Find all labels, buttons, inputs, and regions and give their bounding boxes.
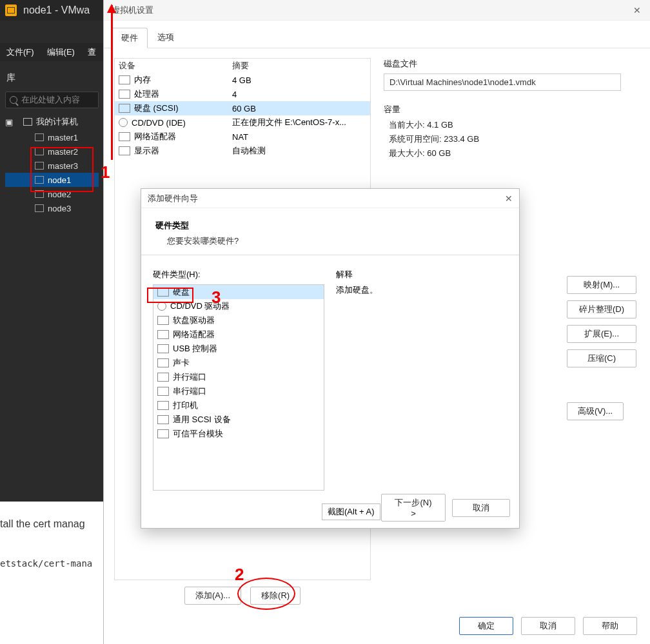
memory-icon [119, 75, 130, 84]
hw-row-disk[interactable]: 硬盘 (SCSI)60 GB [115, 101, 370, 115]
library-label: 库 [6, 72, 15, 84]
hw-type-label: 硬件类型(H): [153, 269, 324, 280]
cdrom-icon [157, 302, 166, 311]
disk-details: 磁盘文件 D:\Virtual Machines\node1\node1.vmd… [384, 58, 639, 168]
disk-utility-buttons: 映射(M)... 碎片整理(D) 扩展(E)... 压缩(C) [567, 276, 636, 367]
add-hardware-wizard: 添加硬件向导 ✕ 硬件类型 您要安装哪类硬件? 硬件类型(H): 硬盘 CD/D… [141, 188, 520, 529]
sound-icon [157, 358, 169, 367]
network-icon [119, 132, 130, 141]
computer-icon [23, 118, 32, 126]
disk-icon [119, 104, 130, 113]
vm-icon [35, 133, 44, 141]
settings-titlebar[interactable]: 虚拟机设置 ✕ [104, 0, 650, 21]
hw-item-cdrom[interactable]: CD/DVD 驱动器 [153, 299, 324, 313]
settings-footer: 确定 取消 帮助 [459, 617, 637, 635]
hw-item-serial[interactable]: 串行端口 [153, 384, 324, 398]
hw-row-cpu[interactable]: 处理器4 [115, 87, 370, 101]
printer-icon [157, 401, 169, 410]
usb-icon [157, 344, 169, 353]
diskfile-path[interactable]: D:\Virtual Machines\node1\node1.vmdk [384, 73, 621, 91]
help-button[interactable]: 帮助 [583, 617, 637, 635]
wizard-title: 添加硬件向导 [148, 193, 198, 204]
menu-file[interactable]: 文件(F) [6, 46, 34, 58]
col-summary: 摘要 [228, 60, 370, 72]
library-search[interactable]: 在此处键入内容 [5, 92, 99, 108]
tree-item-master3[interactable]: master3 [5, 159, 99, 173]
capacity-label: 容量 [384, 104, 639, 115]
expand-button[interactable]: 扩展(E)... [567, 325, 636, 343]
bg-line1: tall the cert manag [0, 518, 85, 530]
hw-row-network[interactable]: 网络适配器NAT [115, 130, 370, 144]
tree-item-node2[interactable]: node2 [5, 187, 99, 201]
advanced-button[interactable]: 高级(V)... [567, 402, 624, 420]
hw-type-list[interactable]: 硬盘 CD/DVD 驱动器 软盘驱动器 网络适配器 USB 控制器 声卡 并行端… [153, 284, 324, 491]
hw-item-printer[interactable]: 打印机 [153, 398, 324, 413]
tree-root[interactable]: ▣ 我的计算机 [5, 116, 99, 128]
parallel-icon [157, 373, 169, 382]
tpm-icon [157, 429, 169, 438]
library-sidebar: 文件(F) 编辑(E) 查 库 在此处键入内容 ▣ 我的计算机 master1 … [0, 21, 103, 502]
hw-item-parallel[interactable]: 并行端口 [153, 370, 324, 384]
vmware-logo-icon [5, 5, 17, 16]
add-hardware-button[interactable]: 添加(A)... [184, 587, 241, 605]
diskfile-label: 磁盘文件 [384, 58, 639, 70]
app-title: node1 - VMwa [23, 5, 90, 16]
cancel-button[interactable]: 取消 [521, 617, 575, 635]
serial-icon [157, 387, 169, 396]
wizard-close-icon[interactable]: ✕ [505, 193, 513, 204]
explain-label: 解释 [336, 269, 507, 280]
next-button[interactable]: 下一步(N) > [381, 494, 446, 522]
hw-item-tpm[interactable]: 可信平台模块 [153, 427, 324, 441]
max-size: 最大大小: 60 GB [384, 148, 639, 159]
hw-item-disk[interactable]: 硬盘 [153, 285, 324, 299]
scsi-icon [157, 415, 169, 424]
hw-item-floppy[interactable]: 软盘驱动器 [153, 313, 324, 327]
tree-item-node3[interactable]: node3 [5, 201, 99, 215]
free-space: 系统可用空间: 233.4 GB [384, 133, 639, 145]
tab-options[interactable]: 选项 [148, 27, 184, 48]
screenshot-hint: 截图(Alt + A) [322, 503, 380, 520]
menu-more[interactable]: 查 [88, 46, 96, 58]
floppy-icon [157, 316, 169, 325]
hw-item-sound[interactable]: 声卡 [153, 356, 324, 370]
wizard-titlebar[interactable]: 添加硬件向导 ✕ [141, 189, 519, 208]
cdrom-icon [119, 118, 128, 127]
explain-text: 添加硬盘。 [336, 284, 507, 296]
remove-hardware-button[interactable]: 移除(R) [250, 587, 300, 605]
current-size: 当前大小: 4.1 GB [384, 119, 639, 131]
hw-row-cdrom[interactable]: CD/DVD (IDE)正在使用文件 E:\CentOS-7-x... [115, 115, 370, 130]
col-device: 设备 [115, 60, 228, 72]
cpu-icon [119, 90, 130, 99]
wizard-subheading: 您要安装哪类硬件? [167, 235, 505, 247]
hw-row-display[interactable]: 显示器自动检测 [115, 144, 370, 158]
tab-hardware[interactable]: 硬件 [112, 28, 148, 48]
menu-edit[interactable]: 编辑(E) [47, 46, 75, 58]
settings-title: 虚拟机设置 [112, 5, 153, 16]
hw-item-usb[interactable]: USB 控制器 [153, 342, 324, 356]
settings-tabs: 硬件 选项 [104, 21, 650, 48]
wizard-heading: 硬件类型 [155, 220, 505, 231]
search-placeholder: 在此处键入内容 [21, 94, 80, 106]
hw-row-memory[interactable]: 内存4 GB [115, 73, 370, 87]
library-tree: ▣ 我的计算机 master1 master2 master3 node1 no… [5, 116, 99, 215]
hw-item-network[interactable]: 网络适配器 [153, 327, 324, 342]
network-icon [157, 330, 169, 339]
vm-icon [35, 176, 44, 184]
vm-icon [35, 162, 44, 170]
settings-close-icon[interactable]: ✕ [624, 0, 650, 21]
defrag-button[interactable]: 碎片整理(D) [567, 300, 636, 318]
tree-item-master2[interactable]: master2 [5, 144, 99, 159]
compact-button[interactable]: 压缩(C) [567, 349, 636, 367]
vm-icon [35, 190, 44, 198]
vm-icon [35, 204, 44, 212]
map-button[interactable]: 映射(M)... [567, 276, 636, 294]
app-menubar[interactable]: 文件(F) 编辑(E) 查 [0, 43, 103, 61]
tree-item-master1[interactable]: master1 [5, 130, 99, 144]
hw-item-scsi[interactable]: 通用 SCSI 设备 [153, 413, 324, 427]
wizard-cancel-button[interactable]: 取消 [452, 499, 510, 517]
disk-icon [157, 288, 169, 297]
search-icon [10, 96, 17, 104]
vm-icon [35, 148, 44, 155]
tree-item-node1[interactable]: node1 [5, 173, 99, 187]
ok-button[interactable]: 确定 [459, 617, 513, 635]
